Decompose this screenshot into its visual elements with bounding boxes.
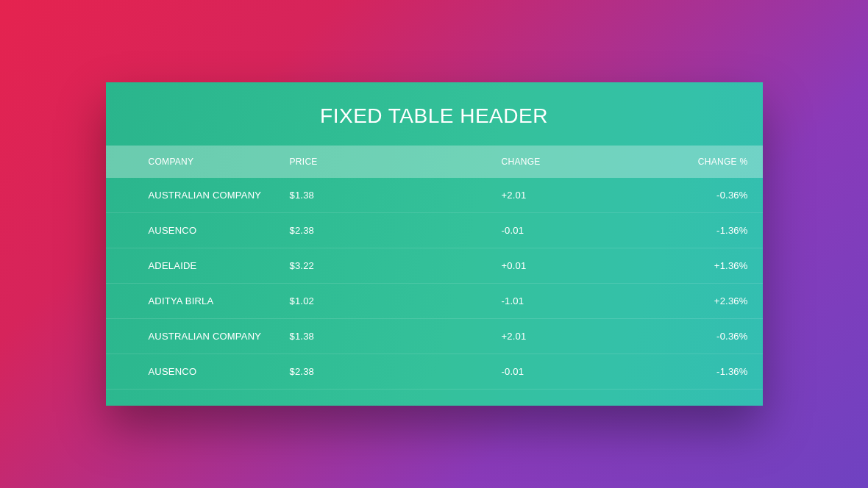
cell-company: ADITYA BIRLA: [106, 295, 290, 306]
cell-change: -1.01: [502, 295, 678, 306]
panel-title: FIXED TABLE HEADER: [106, 82, 763, 146]
cell-price: $2.38: [290, 366, 502, 377]
cell-change-pct: -0.36%: [678, 331, 763, 342]
cell-change: -0.01: [502, 225, 678, 236]
col-header-change-pct: CHANGE %: [678, 157, 763, 167]
cell-change-pct: -0.36%: [678, 190, 763, 201]
cell-price: $3.22: [290, 260, 502, 271]
table-row: AUSTRALIAN COMPANY $1.38 +2.01 -0.36%: [106, 178, 763, 213]
table-row: ADITYA BIRLA $1.02 -1.01 +2.36%: [106, 284, 763, 319]
cell-company: AUSENCO: [106, 366, 290, 377]
cell-change-pct: -1.36%: [678, 366, 763, 377]
cell-price: $1.38: [290, 190, 502, 201]
cell-company: ADELAIDE: [106, 260, 290, 271]
table-row: AUSENCO $2.38 -0.01 -1.36%: [106, 213, 763, 248]
col-header-change: CHANGE: [502, 157, 678, 167]
table-row: ADELAIDE $3.22 +0.01 +1.36%: [106, 248, 763, 284]
cell-change-pct: +1.36%: [678, 260, 763, 271]
cell-change: +0.01: [502, 260, 678, 271]
table-body[interactable]: AUSTRALIAN COMPANY $1.38 +2.01 -0.36% AU…: [106, 178, 763, 395]
cell-price: $1.02: [290, 295, 502, 306]
table-panel: FIXED TABLE HEADER COMPANY PRICE CHANGE …: [106, 82, 763, 406]
cell-company: AUSTRALIAN COMPANY: [106, 331, 290, 342]
table-header-row: COMPANY PRICE CHANGE CHANGE %: [106, 146, 763, 178]
cell-change: +2.01: [502, 331, 678, 342]
cell-price: $2.38: [290, 225, 502, 236]
cell-price: $1.38: [290, 331, 502, 342]
col-header-company: COMPANY: [106, 157, 290, 167]
table-row: AUSTRALIAN COMPANY $1.38 +2.01 -0.36%: [106, 319, 763, 354]
table-row: AUSENCO $2.38 -0.01 -1.36%: [106, 354, 763, 390]
cell-change: -0.01: [502, 366, 678, 377]
cell-change-pct: +2.36%: [678, 295, 763, 306]
cell-company: AUSTRALIAN COMPANY: [106, 190, 290, 201]
cell-change-pct: -1.36%: [678, 225, 763, 236]
cell-company: AUSENCO: [106, 225, 290, 236]
col-header-price: PRICE: [290, 157, 502, 167]
cell-change: +2.01: [502, 190, 678, 201]
